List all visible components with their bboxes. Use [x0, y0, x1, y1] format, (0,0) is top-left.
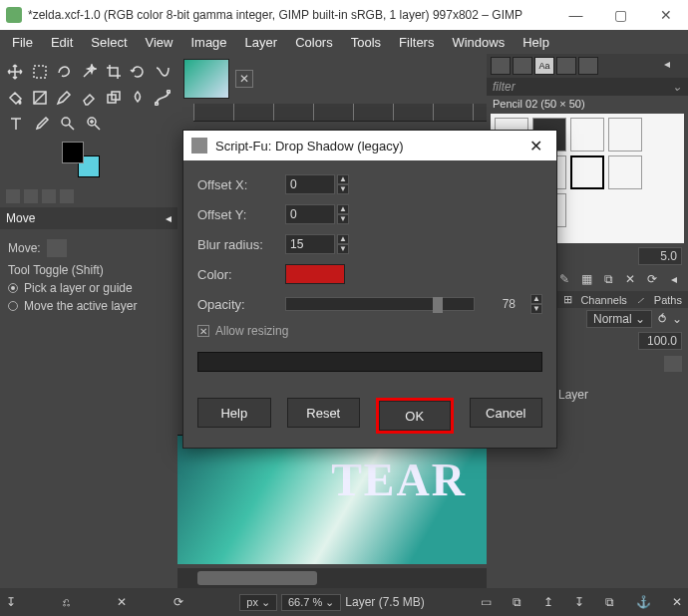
- radio-pick-layer[interactable]: Pick a layer or guide: [8, 281, 170, 295]
- status-icon[interactable]: ▭: [481, 595, 492, 609]
- pencil-icon[interactable]: [53, 86, 76, 110]
- status-icon[interactable]: ⎌: [63, 595, 70, 609]
- menu-tools[interactable]: Tools: [343, 32, 389, 53]
- rotate-icon[interactable]: [127, 60, 150, 84]
- dock-icon[interactable]: [60, 189, 74, 203]
- menu-select[interactable]: Select: [83, 32, 135, 53]
- crop-icon[interactable]: [102, 60, 125, 84]
- menu-edit[interactable]: Edit: [43, 32, 81, 53]
- color-button[interactable]: [285, 264, 345, 284]
- panel-menu-icon[interactable]: ◂: [166, 211, 172, 225]
- status-icon[interactable]: ✕: [117, 595, 127, 609]
- slider-handle[interactable]: [433, 297, 443, 313]
- brush-spacing-input[interactable]: 5.0: [638, 247, 682, 265]
- status-icon[interactable]: ↥: [543, 595, 553, 609]
- status-icon[interactable]: ↧: [574, 595, 584, 609]
- dock-icon[interactable]: [42, 189, 56, 203]
- image-tab-close-icon[interactable]: ✕: [235, 70, 253, 88]
- dock-tab-icon[interactable]: [578, 57, 598, 75]
- brush-item[interactable]: [608, 155, 642, 189]
- chevron-down-icon[interactable]: ⌄: [672, 80, 682, 94]
- menu-help[interactable]: Help: [515, 32, 557, 53]
- status-icon[interactable]: ⟳: [173, 595, 183, 609]
- link-icon[interactable]: ⥀: [658, 312, 666, 326]
- clone-icon[interactable]: [102, 86, 125, 110]
- image-tab-thumbnail[interactable]: [183, 59, 229, 99]
- menu-layer[interactable]: Layer: [237, 32, 286, 53]
- unit-select[interactable]: px ⌄: [239, 594, 277, 611]
- panel-menu-icon[interactable]: ◂: [664, 57, 684, 75]
- help-button[interactable]: Help: [197, 398, 271, 428]
- brush-item[interactable]: [570, 118, 604, 152]
- lasso-icon[interactable]: [53, 60, 76, 84]
- status-icon[interactable]: ⧉: [513, 595, 521, 609]
- path-icon[interactable]: [151, 86, 173, 110]
- dock-tab-icon[interactable]: Aa: [534, 57, 554, 75]
- canvas-image[interactable]: TEAR: [177, 435, 487, 564]
- close-button[interactable]: ✕: [643, 0, 688, 30]
- layer-opacity-input[interactable]: 100.0: [638, 332, 682, 350]
- menu-colors[interactable]: Colors: [287, 32, 341, 53]
- move-layer-icon[interactable]: [47, 239, 67, 257]
- dock-tab-icon[interactable]: [513, 57, 532, 75]
- layer-name[interactable]: Layer: [558, 388, 588, 402]
- tab-paths[interactable]: Paths: [654, 294, 682, 306]
- dialog-titlebar[interactable]: Script-Fu: Drop Shadow (legacy) ✕: [183, 131, 556, 160]
- spin-up-icon[interactable]: ▲: [337, 204, 349, 214]
- reset-button[interactable]: Reset: [287, 398, 361, 428]
- status-icon[interactable]: ↧: [6, 595, 16, 609]
- menu-file[interactable]: File: [4, 32, 41, 53]
- menu-windows[interactable]: Windows: [444, 32, 513, 53]
- blend-mode-select[interactable]: Normal ⌄: [586, 310, 652, 328]
- fg-color-swatch[interactable]: [62, 142, 84, 163]
- gradient-icon[interactable]: [29, 86, 52, 110]
- menu-view[interactable]: View: [138, 32, 181, 53]
- dock-tab-icon[interactable]: [491, 57, 511, 75]
- color-swatches[interactable]: [62, 142, 110, 181]
- spin-down-icon[interactable]: ▼: [530, 304, 542, 314]
- zoom-select[interactable]: 66.7 % ⌄: [281, 594, 341, 611]
- offset-y-input[interactable]: [285, 204, 335, 224]
- move-path-icon[interactable]: [99, 239, 119, 257]
- text-icon[interactable]: [4, 112, 28, 136]
- chevron-down-icon[interactable]: ⌄: [672, 312, 682, 326]
- measure-icon[interactable]: [56, 112, 80, 136]
- minimize-button[interactable]: —: [553, 0, 598, 30]
- offset-x-input[interactable]: [285, 174, 335, 194]
- status-icon[interactable]: ⚓: [636, 595, 651, 609]
- eraser-icon[interactable]: [78, 86, 101, 110]
- spin-up-icon[interactable]: ▲: [337, 234, 349, 244]
- smudge-icon[interactable]: [127, 86, 150, 110]
- maximize-button[interactable]: ▢: [598, 0, 643, 30]
- ok-button[interactable]: OK: [379, 401, 451, 431]
- duplicate-icon[interactable]: ⧉: [600, 271, 616, 287]
- lock-icon[interactable]: [664, 356, 682, 372]
- refresh-icon[interactable]: ⟳: [644, 271, 660, 287]
- tab-channels[interactable]: Channels: [580, 294, 626, 306]
- opacity-value[interactable]: 78: [485, 297, 518, 311]
- spin-down-icon[interactable]: ▼: [337, 184, 349, 194]
- spin-down-icon[interactable]: ▼: [337, 244, 349, 254]
- rect-select-icon[interactable]: [29, 60, 52, 84]
- warp-icon[interactable]: [151, 60, 173, 84]
- dock-tab-icon[interactable]: [556, 57, 576, 75]
- canvas-h-scrollbar[interactable]: [177, 568, 487, 588]
- delete-icon[interactable]: ✕: [622, 271, 638, 287]
- opacity-slider[interactable]: [285, 297, 475, 311]
- spin-down-icon[interactable]: ▼: [337, 214, 349, 224]
- brush-filter[interactable]: filter ⌄: [487, 78, 688, 96]
- allow-resizing-checkbox[interactable]: Allow resizing: [197, 324, 542, 338]
- brush-item[interactable]: [608, 118, 642, 152]
- spin-up-icon[interactable]: ▲: [337, 174, 349, 184]
- picker-icon[interactable]: [30, 112, 54, 136]
- menu-icon[interactable]: ◂: [666, 271, 682, 287]
- brush-item-selected[interactable]: [570, 155, 604, 189]
- menu-filters[interactable]: Filters: [391, 32, 442, 53]
- status-icon[interactable]: ✕: [672, 595, 682, 609]
- menu-image[interactable]: Image: [182, 32, 234, 53]
- dock-icon[interactable]: [6, 189, 20, 203]
- move-selection-icon[interactable]: [73, 239, 93, 257]
- status-icon[interactable]: ⧉: [605, 595, 614, 609]
- bucket-icon[interactable]: [4, 86, 27, 110]
- spin-up-icon[interactable]: ▲: [530, 294, 542, 304]
